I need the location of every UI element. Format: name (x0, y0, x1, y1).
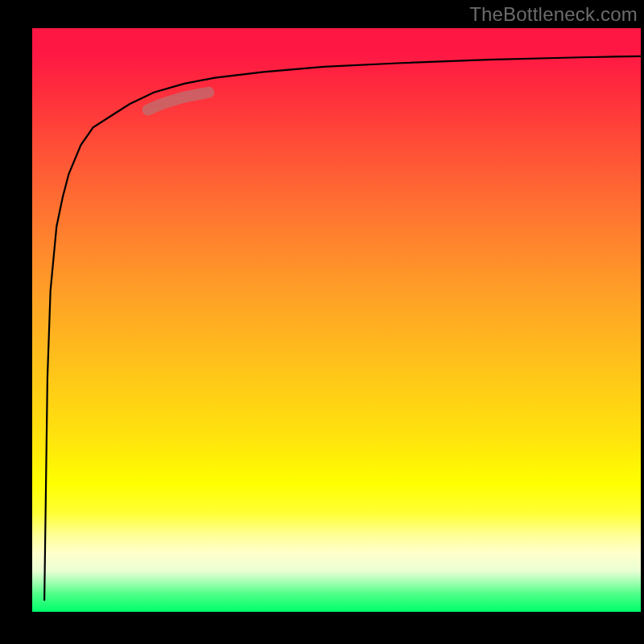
main-curve (44, 56, 641, 601)
watermark-text: TheBottleneck.com (469, 3, 638, 26)
plot-area (32, 28, 641, 612)
highlight-segment (148, 93, 209, 110)
curve-layer (32, 28, 641, 612)
chart-container: TheBottleneck.com (0, 0, 644, 644)
